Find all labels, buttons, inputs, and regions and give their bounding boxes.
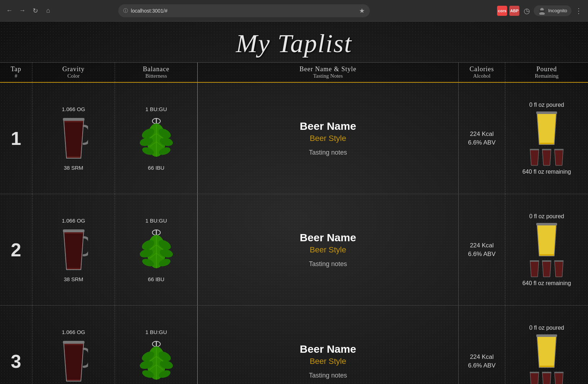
back-button[interactable]: ←: [4, 6, 14, 16]
small-cup-1-1: [529, 148, 540, 166]
full-cup-icon-1: [534, 110, 559, 146]
tap-poured-1: 0 fl oz poured: [505, 83, 588, 194]
url-text: localhost:3001/#: [131, 8, 167, 14]
tap-calories-1: 224 Kcal 6.6% ABV: [459, 83, 505, 194]
reload-button[interactable]: ↻: [30, 6, 40, 16]
svg-rect-59: [554, 372, 564, 373]
tap-number-1: 1: [0, 83, 32, 194]
header-balance: Balanace Bitterness: [115, 63, 198, 82]
lock-icon: ⓘ: [123, 8, 128, 14]
tap-number-2: 2: [0, 194, 32, 305]
browser-chrome: ← → ↻ ⌂ ⓘ localhost:3001/# ★ cors ABP ◷ …: [0, 0, 588, 22]
svg-rect-37: [536, 223, 557, 225]
tap-beer-info-2: Beer Name Beer Style Tasting notes: [198, 194, 459, 305]
small-cup-3-1: [553, 148, 564, 166]
tap-calories-3: 224 Kcal 6.6% ABV: [459, 306, 505, 384]
header-tap: Tap #: [0, 63, 32, 82]
svg-rect-56: [536, 334, 557, 337]
tap-poured-2: 0 fl oz poured: [505, 194, 588, 305]
tap-beer-info-1: Beer Name Beer Style Tasting notes: [198, 83, 459, 194]
incognito-icon: [538, 7, 546, 15]
table-header: Tap # Gravity Color Balanace Bitterness …: [0, 62, 588, 83]
svg-rect-57: [530, 372, 539, 373]
svg-rect-20: [542, 149, 551, 150]
svg-rect-22: [63, 229, 84, 232]
svg-rect-18: [536, 111, 557, 114]
tap-number-3: 3: [0, 306, 32, 384]
app-title: My Taplist: [0, 22, 588, 62]
star-icon[interactable]: ★: [359, 7, 365, 15]
small-cup-1-2: [529, 260, 540, 278]
menu-button[interactable]: ⋮: [574, 6, 584, 16]
forward-button[interactable]: →: [17, 6, 27, 16]
beer-cup-icon-2: [59, 227, 88, 273]
small-cup-1-3: [529, 371, 540, 384]
hop-icon-3: [137, 338, 176, 384]
svg-rect-3: [63, 118, 84, 121]
tap-balance-1: 1 BU:GU: [115, 83, 198, 194]
full-cup-icon-2: [534, 222, 559, 258]
tap-poured-3: 0 fl oz poured: [505, 306, 588, 384]
small-cup-2-1: [541, 148, 552, 166]
tap-row-3: 3 1.066 OG 38 SRM 1 BU:GU: [0, 306, 588, 384]
tap-row-2: 2 1.066 OG 38 SRM 1 BU:GU: [0, 194, 588, 306]
small-cup-3-3: [553, 371, 564, 384]
svg-rect-40: [554, 260, 564, 262]
app-content: My Taplist Tap # Gravity Color Balanace …: [0, 22, 588, 384]
svg-rect-2: [539, 10, 545, 12]
beer-cup-icon-3: [59, 338, 88, 384]
header-beer: Beer Name & Style Tasting Notes: [198, 63, 459, 82]
home-button[interactable]: ⌂: [43, 6, 53, 16]
header-gravity: Gravity Color: [32, 63, 115, 82]
hop-icon-1: [137, 115, 176, 162]
browser-extensions: cors ABP ◷ Incognito ⋮: [497, 5, 584, 16]
tap-calories-2: 224 Kcal 6.6% ABV: [459, 194, 505, 305]
tap-gravity-3: 1.066 OG 38 SRM: [32, 306, 115, 384]
small-cup-2-3: [541, 371, 552, 384]
header-calories: Calories Alcohol: [459, 63, 505, 82]
tap-rows-container: 1 1.066 OG 38 SRM 1 BU:GU: [0, 83, 588, 384]
svg-rect-58: [542, 372, 551, 373]
address-bar[interactable]: ⓘ localhost:3001/# ★: [118, 4, 370, 17]
tap-row-1: 1 1.066 OG 38 SRM 1 BU:GU: [0, 83, 588, 194]
svg-rect-39: [542, 260, 551, 262]
extensions-button[interactable]: ◷: [522, 6, 532, 16]
small-cup-3-2: [553, 260, 564, 278]
header-poured: Poured Remaining: [505, 63, 588, 82]
tap-gravity-1: 1.066 OG 38 SRM: [32, 83, 115, 194]
svg-rect-38: [530, 260, 539, 262]
small-cups-row-1: [529, 148, 564, 166]
beer-cup-icon-1: [59, 115, 88, 162]
svg-rect-19: [530, 149, 539, 150]
cors-extension[interactable]: cors: [497, 6, 507, 16]
small-cups-row-3: [529, 371, 564, 384]
svg-rect-41: [63, 341, 84, 344]
svg-point-1: [539, 12, 545, 15]
incognito-badge: Incognito: [534, 5, 571, 16]
tap-balance-2: 1 BU:GU: [115, 194, 198, 305]
tap-balance-3: 1 BU:GU: [115, 306, 198, 384]
full-cup-icon-3: [534, 333, 559, 369]
svg-rect-21: [554, 149, 564, 150]
small-cups-row-2: [529, 260, 564, 278]
hop-icon-2: [137, 227, 176, 273]
small-cup-2-2: [541, 260, 552, 278]
abp-extension[interactable]: ABP: [509, 6, 519, 16]
tap-beer-info-3: Beer Name Beer Style Tasting notes: [198, 306, 459, 384]
tap-gravity-2: 1.066 OG 38 SRM: [32, 194, 115, 305]
